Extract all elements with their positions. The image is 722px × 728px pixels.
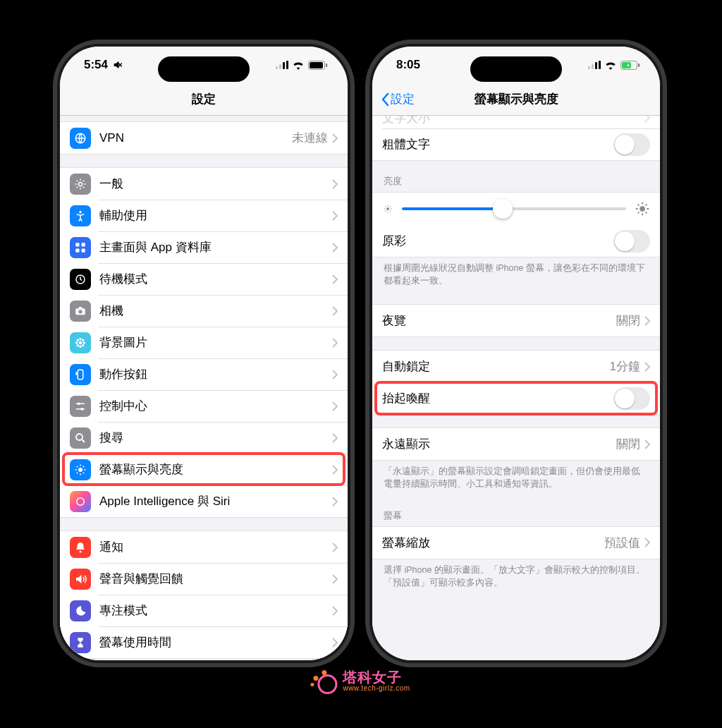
wifi-icon bbox=[292, 61, 305, 70]
row-label: 背景圖片 bbox=[99, 334, 332, 351]
back-label: 設定 bbox=[391, 91, 415, 107]
row-label: 抬起喚醒 bbox=[382, 390, 613, 406]
slider-thumb[interactable] bbox=[493, 199, 513, 219]
row-bold-text[interactable]: 粗體文字 bbox=[372, 128, 660, 160]
row-sounds[interactable]: 聲音與觸覺回饋 bbox=[60, 563, 348, 595]
action-button-icon bbox=[70, 364, 91, 385]
row-vpn[interactable]: VPN 未連線 bbox=[60, 122, 348, 154]
row-label: 主畫面與 App 資料庫 bbox=[99, 239, 332, 255]
row-control-center[interactable]: 控制中心 bbox=[60, 390, 348, 422]
brightness-slider[interactable] bbox=[402, 207, 626, 210]
watermark-logo-icon bbox=[312, 669, 337, 694]
brightness-slider-row bbox=[372, 193, 660, 225]
toggle-raise-to-wake[interactable] bbox=[613, 387, 650, 410]
row-label: 動作按鈕 bbox=[99, 366, 332, 382]
row-true-tone[interactable]: 原彩 bbox=[372, 225, 660, 257]
toggle-bold-text[interactable] bbox=[613, 133, 650, 156]
row-label: 螢幕顯示與亮度 bbox=[99, 461, 332, 478]
chevron-right-icon bbox=[332, 211, 338, 221]
chevron-right-icon bbox=[332, 606, 338, 616]
row-raise-to-wake[interactable]: 抬起喚醒 bbox=[372, 382, 660, 414]
chevron-right-icon bbox=[332, 338, 338, 348]
mute-icon bbox=[112, 59, 123, 71]
row-label: 待機模式 bbox=[99, 271, 332, 287]
row-auto-lock[interactable]: 自動鎖定 1分鐘 bbox=[372, 351, 660, 382]
speaker-icon bbox=[70, 569, 91, 590]
row-accessibility[interactable]: 輔助使用 bbox=[60, 200, 348, 231]
row-night-shift[interactable]: 夜覽 關閉 bbox=[372, 305, 660, 336]
chevron-right-icon bbox=[332, 401, 338, 411]
row-general[interactable]: 一般 bbox=[60, 168, 348, 200]
row-camera[interactable]: 相機 bbox=[60, 295, 348, 327]
hourglass-icon bbox=[70, 632, 91, 653]
svg-rect-13 bbox=[82, 248, 85, 252]
row-display-zoom[interactable]: 螢幕縮放 預設值 bbox=[372, 527, 660, 559]
row-value: 1分鐘 bbox=[610, 358, 640, 375]
toggle-true-tone[interactable] bbox=[613, 230, 650, 253]
flower-icon bbox=[70, 332, 91, 353]
svg-point-26 bbox=[82, 344, 84, 346]
row-screentime[interactable]: 螢幕使用時間 bbox=[60, 626, 348, 658]
row-value: 關閉 bbox=[616, 436, 640, 452]
siri-icon bbox=[70, 491, 91, 512]
svg-rect-10 bbox=[75, 243, 79, 246]
settings-scroll[interactable]: VPN 未連線 一般 輔助使用 主畫面與 App bbox=[60, 116, 348, 660]
row-apple-intelligence-siri[interactable]: Apple Intelligence 與 Siri bbox=[60, 485, 348, 517]
accessibility-icon bbox=[70, 205, 91, 226]
svg-point-19 bbox=[79, 337, 82, 340]
row-action-button[interactable]: 動作按鈕 bbox=[60, 358, 348, 390]
row-homescreen[interactable]: 主畫面與 App 資料庫 bbox=[60, 231, 348, 263]
chevron-right-icon bbox=[644, 116, 650, 123]
row-notifications[interactable]: 通知 bbox=[60, 531, 348, 563]
svg-point-24 bbox=[82, 339, 84, 341]
svg-point-29 bbox=[78, 402, 80, 405]
svg-point-18 bbox=[79, 341, 82, 344]
svg-rect-5 bbox=[310, 62, 323, 68]
display-scroll[interactable]: 文字大小 粗體文字 亮度 原彩 bbox=[372, 116, 660, 660]
svg-rect-38 bbox=[599, 61, 601, 69]
chevron-right-icon bbox=[332, 638, 338, 648]
search-icon bbox=[70, 427, 91, 449]
back-button[interactable]: 設定 bbox=[378, 83, 417, 115]
row-search[interactable]: 搜尋 bbox=[60, 422, 348, 454]
svg-point-30 bbox=[80, 407, 83, 410]
camera-icon bbox=[70, 301, 91, 322]
chevron-right-icon bbox=[332, 465, 338, 475]
group-brightness: 原彩 bbox=[372, 192, 660, 257]
svg-point-34 bbox=[80, 550, 82, 552]
row-focus[interactable]: 專注模式 bbox=[60, 595, 348, 626]
svg-rect-41 bbox=[638, 63, 640, 67]
globe-icon bbox=[70, 128, 91, 149]
sliders-icon bbox=[70, 396, 91, 417]
wifi-icon bbox=[604, 61, 617, 70]
svg-rect-17 bbox=[79, 307, 82, 309]
row-label: 專注模式 bbox=[99, 602, 332, 619]
chevron-right-icon bbox=[332, 306, 338, 316]
group-always-on: 永遠顯示 關閉 bbox=[372, 427, 660, 461]
row-label: 搜尋 bbox=[99, 430, 332, 446]
svg-point-9 bbox=[79, 211, 81, 213]
apps-grid-icon bbox=[70, 237, 91, 258]
footer-always-on: 「永遠顯示」的螢幕顯示設定會調暗鎖定畫面，但仍會使用最低電量持續顯示時間、小工具… bbox=[372, 461, 660, 495]
svg-rect-6 bbox=[326, 63, 327, 67]
row-text-size[interactable]: 文字大小 bbox=[372, 116, 660, 128]
bell-icon bbox=[70, 537, 91, 558]
page-title: 螢幕顯示與亮度 bbox=[475, 91, 558, 107]
svg-rect-27 bbox=[78, 370, 83, 380]
row-always-on[interactable]: 永遠顯示 關閉 bbox=[372, 428, 660, 460]
sun-large-icon bbox=[635, 201, 650, 217]
battery-icon bbox=[308, 61, 328, 70]
page-title: 設定 bbox=[192, 91, 216, 107]
svg-rect-11 bbox=[82, 243, 85, 246]
sun-small-icon bbox=[382, 203, 393, 214]
row-wallpaper[interactable]: 背景圖片 bbox=[60, 327, 348, 358]
group-nightshift: 夜覽 關閉 bbox=[372, 304, 660, 337]
row-standby[interactable]: 待機模式 bbox=[60, 263, 348, 295]
row-display-brightness[interactable]: 螢幕顯示與亮度 bbox=[60, 454, 348, 485]
row-label: VPN bbox=[99, 131, 292, 145]
group-vpn: VPN 未連線 bbox=[60, 121, 348, 154]
svg-rect-3 bbox=[286, 61, 288, 69]
svg-point-23 bbox=[77, 339, 79, 341]
section-header-brightness: 亮度 bbox=[372, 161, 660, 192]
footer-true-tone: 根據周圍光線狀況自動調整 iPhone 螢幕，讓色彩在不同的環境下都看起來一致。 bbox=[372, 257, 660, 291]
